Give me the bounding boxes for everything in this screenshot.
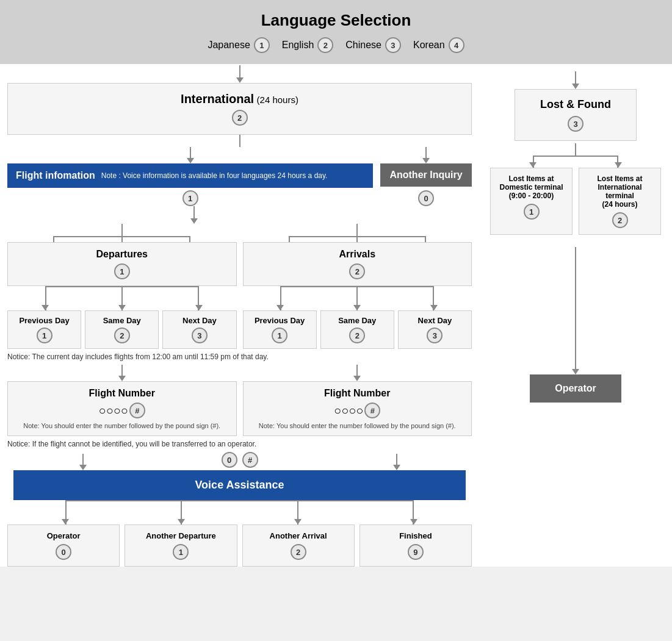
operator-key-hash: #	[242, 452, 258, 468]
dep-next-day: Next Day 3	[162, 310, 236, 349]
flight-number-arr-circles: ○○○○ #	[250, 403, 466, 418]
arr-prev-day: Previous Day 1	[243, 310, 317, 349]
flight-info-num: 1	[182, 190, 198, 206]
flight-number-dep-box: Flight Number ○○○○ # Note: You should en…	[7, 381, 237, 436]
lang-japanese-label: Japanese	[208, 40, 250, 51]
dep-prev-day: Previous Day 1	[7, 310, 81, 349]
lost-items-domestic-label: Lost Items at Domestic terminal (9:00 - …	[494, 174, 568, 200]
flight-info-title: Flight infomation	[16, 170, 95, 181]
lang-japanese[interactable]: Japanese 1	[208, 37, 269, 53]
lang-chinese-num: 3	[385, 37, 401, 53]
flight-number-arr-box: Flight Number ○○○○ # Note: You should en…	[243, 381, 472, 436]
flight-number-arr-title: Flight Number	[250, 388, 466, 399]
lang-korean-num: 4	[449, 37, 464, 53]
international-title: International	[181, 92, 254, 106]
flight-number-dep-note: Note: You should enter the number follow…	[14, 422, 230, 429]
lang-english-num: 2	[317, 37, 333, 53]
lost-found-num: 3	[568, 116, 583, 132]
flight-info-box: Flight infomation Note : Voice informati…	[7, 163, 373, 188]
voice-assistance-title: Voice Assistance	[195, 479, 284, 491]
flight-number-arr-note: Note: You should enter the number follow…	[250, 422, 466, 429]
flight-info-note: Note : Voice information is available in…	[101, 171, 328, 180]
operator-key-zero: 0	[222, 452, 237, 468]
page: Language Selection Japanese 1 English 2 …	[0, 0, 672, 567]
arrivals-title: Arrivals	[250, 249, 466, 260]
outcome-finished: Finished 9	[359, 525, 472, 567]
notice1: Notice: The current day includes flights…	[7, 353, 472, 361]
lang-korean-label: Korean	[413, 40, 445, 51]
voice-assistance-box: Voice Assistance	[13, 470, 466, 500]
language-row: Japanese 1 English 2 Chinese 3 Korean 4	[0, 37, 672, 59]
lost-found-title: Lost & Found	[527, 98, 624, 111]
arrivals-section: Arrivals 2	[243, 224, 472, 349]
flight-number-dep-title: Flight Number	[14, 388, 230, 399]
lang-english-label: English	[282, 40, 314, 51]
lang-chinese-label: Chinese	[345, 40, 381, 51]
international-subtitle: (24 hours)	[257, 95, 298, 105]
lost-items-international: Lost Items at International terminal (24…	[579, 168, 661, 235]
lost-items-domestic: Lost Items at Domestic terminal (9:00 - …	[490, 168, 573, 235]
flight-number-dep-circles: ○○○○ #	[14, 403, 230, 418]
outcome-operator: Operator 0	[7, 525, 120, 567]
departures-title: Departures	[14, 249, 230, 260]
international-box: International (24 hours) 2	[7, 83, 472, 135]
lang-english[interactable]: English 2	[282, 37, 333, 53]
diagram: International (24 hours) 2	[0, 64, 672, 567]
lost-found-box: Lost & Found 3	[515, 89, 637, 141]
diagram-left: International (24 hours) 2	[0, 64, 479, 567]
dep-same-day: Same Day 2	[85, 310, 159, 349]
departures-section: Departures 1	[7, 224, 237, 349]
operator-dark-box: Operator	[530, 374, 621, 403]
another-inquiry-title: Another Inquiry	[389, 170, 462, 180]
arrivals-box: Arrivals 2	[243, 242, 472, 286]
outcome-another-departure: Another Departure 1	[125, 525, 237, 567]
lang-japanese-num: 1	[254, 37, 270, 53]
notice2: Notice: If the flight cannot be identifi…	[7, 440, 472, 448]
another-inquiry-num: 0	[418, 190, 434, 206]
departures-box: Departures 1	[7, 242, 237, 286]
arr-same-day: Same Day 2	[320, 310, 394, 349]
another-inquiry-box: Another Inquiry	[380, 163, 472, 187]
departures-num: 1	[114, 263, 130, 279]
header: Language Selection Japanese 1 English 2 …	[0, 0, 672, 64]
outcome-another-arrival: Another Arrival 2	[242, 525, 355, 567]
international-num: 2	[232, 110, 248, 126]
arrivals-num: 2	[349, 263, 365, 279]
lost-items-international-label: Lost Items at International terminal (24…	[583, 174, 657, 209]
arr-next-day: Next Day 3	[398, 310, 472, 349]
page-title: Language Selection	[0, 11, 672, 30]
lang-chinese[interactable]: Chinese 3	[345, 37, 401, 53]
lang-korean[interactable]: Korean 4	[413, 37, 464, 53]
diagram-right: Lost & Found 3 Lost Items at Domestic te…	[479, 64, 672, 567]
operator-dark-title: Operator	[555, 383, 596, 393]
